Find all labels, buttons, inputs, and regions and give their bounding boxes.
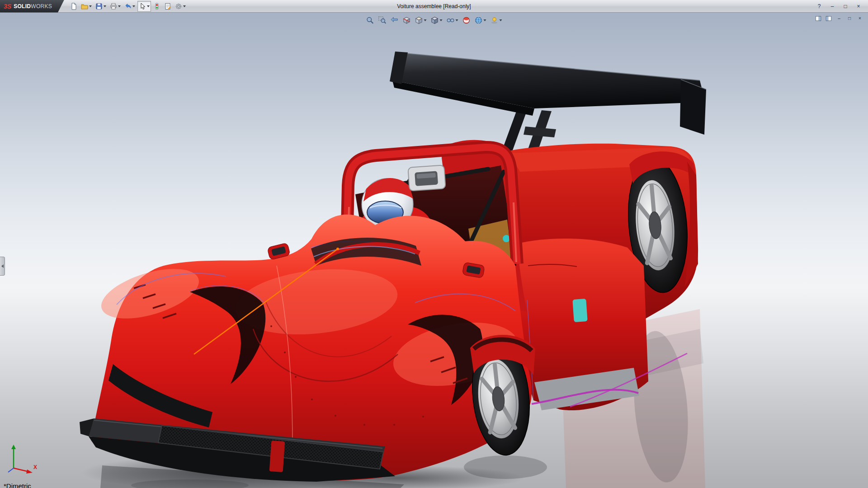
- rebuild-button[interactable]: [152, 1, 162, 12]
- undo-dropdown-caret: [132, 5, 135, 7]
- open-dropdown-caret: [89, 5, 92, 7]
- document-controls: –□×: [814, 14, 864, 22]
- view-orientation-icon: [415, 16, 423, 24]
- hide-show-items-icon: [447, 16, 455, 24]
- zoom-to-fit-icon: [366, 16, 374, 24]
- close-icon: ×: [857, 4, 860, 9]
- cyan-decal[interactable]: [572, 299, 587, 322]
- hide-show-items-dropdown-caret: [456, 19, 458, 21]
- rebuild-icon: [153, 3, 160, 10]
- select-dropdown-caret: [147, 5, 150, 7]
- section-view-icon: [403, 16, 411, 24]
- file-properties-icon: [164, 3, 171, 10]
- undo-icon: [124, 3, 132, 10]
- options-button[interactable]: [174, 1, 187, 12]
- task-pane-right-icon: [826, 15, 832, 22]
- minimize-button[interactable]: –: [826, 2, 838, 10]
- view-settings-icon: [491, 16, 499, 24]
- select-button[interactable]: [137, 1, 151, 12]
- zoom-to-fit-button[interactable]: [365, 15, 376, 26]
- print-icon: [110, 3, 117, 10]
- minimize-icon: –: [831, 4, 834, 9]
- view-orientation-button[interactable]: [414, 15, 428, 26]
- save-icon: [95, 3, 103, 10]
- triad-x-axis: [26, 469, 33, 474]
- task-pane-left-button[interactable]: [814, 14, 823, 22]
- brand-text: SOLIDWORKS: [14, 3, 52, 9]
- titlebar: 3S SOLIDWORKS Voiture assemblee [Read-on…: [0, 0, 868, 13]
- zoom-to-area-icon: [378, 16, 387, 24]
- print-dropdown-caret: [118, 5, 121, 7]
- doc-restore-icon: □: [848, 16, 851, 21]
- display-style-button[interactable]: [429, 15, 444, 26]
- solidworks-logo: 3S SOLIDWORKS: [0, 0, 64, 13]
- open-button[interactable]: [80, 1, 93, 12]
- maximize-button[interactable]: □: [840, 2, 851, 10]
- section-view-button[interactable]: [401, 15, 412, 26]
- document-title: Voiture assemblee [Read-only]: [397, 3, 471, 9]
- apply-scene-dropdown-caret: [484, 19, 486, 21]
- heads-up-view-toolbar: [365, 15, 504, 26]
- doc-close-button[interactable]: ×: [855, 14, 864, 22]
- display-style-dropdown-caret: [440, 19, 443, 21]
- save-dropdown-caret: [104, 5, 106, 7]
- triad-x-label: X: [33, 464, 37, 470]
- previous-view-icon: [391, 16, 399, 24]
- maximize-icon: □: [844, 4, 847, 9]
- car-model-3d[interactable]: [0, 13, 868, 488]
- task-pane-right-button[interactable]: [824, 14, 833, 22]
- apply-scene-button[interactable]: [473, 15, 488, 26]
- new-document-button[interactable]: [69, 1, 79, 12]
- task-pane-left-icon: [815, 15, 821, 22]
- save-button[interactable]: [94, 1, 108, 12]
- view-settings-dropdown-caret: [500, 19, 502, 21]
- reference-triad: X: [5, 442, 41, 477]
- help-icon: ?: [818, 4, 821, 9]
- new-document-icon: [70, 3, 77, 10]
- doc-restore-button[interactable]: □: [845, 14, 854, 22]
- hide-show-items-button[interactable]: [445, 15, 460, 26]
- display-style-icon: [431, 16, 439, 24]
- view-orientation-dropdown-caret: [424, 19, 427, 21]
- view-orientation-label: *Dimetric: [4, 482, 31, 488]
- file-properties-button[interactable]: [163, 1, 173, 12]
- doc-close-icon: ×: [859, 16, 861, 21]
- triad-z-axis: [8, 468, 14, 472]
- edit-appearance-button[interactable]: [461, 15, 472, 26]
- graphics-area[interactable]: –□× X *Dimetric: [0, 13, 868, 488]
- apply-scene-icon: [475, 16, 483, 24]
- doc-minimize-button[interactable]: –: [835, 14, 844, 22]
- print-button[interactable]: [108, 1, 122, 12]
- main-toolbar: [69, 1, 187, 12]
- solidworks-logo-mark-icon: 3S: [4, 3, 11, 10]
- close-button[interactable]: ×: [853, 2, 864, 10]
- edit-appearance-icon: [462, 16, 471, 24]
- undo-button[interactable]: [123, 1, 137, 12]
- options-dropdown-caret: [183, 5, 186, 7]
- view-settings-button[interactable]: [489, 15, 504, 26]
- triad-y-axis: [11, 445, 16, 449]
- window-controls: ?–□×: [813, 2, 868, 10]
- zoom-to-area-button[interactable]: [377, 15, 388, 26]
- open-icon: [81, 3, 88, 10]
- select-icon: [139, 3, 146, 10]
- help-button[interactable]: ?: [813, 2, 825, 10]
- doc-minimize-icon: –: [838, 16, 840, 21]
- options-icon: [175, 3, 182, 10]
- hoop-intake-box[interactable]: [408, 165, 445, 191]
- featuremanager-flyout-tab[interactable]: [0, 257, 5, 276]
- previous-view-button[interactable]: [389, 15, 400, 26]
